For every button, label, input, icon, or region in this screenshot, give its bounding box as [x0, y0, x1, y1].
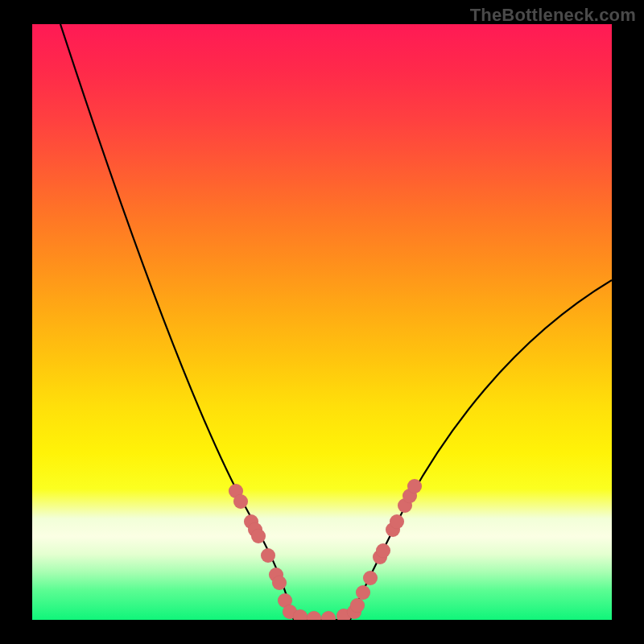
series-right-arm [350, 280, 612, 620]
data-marker [321, 611, 336, 620]
attribution-watermark: TheBottleneck.com [470, 5, 636, 26]
data-marker [376, 543, 390, 558]
data-marker [272, 576, 287, 590]
data-marker [356, 585, 370, 600]
data-marker [407, 479, 422, 493]
series-lines [60, 24, 612, 620]
data-marker [261, 548, 275, 563]
data-marker [251, 529, 266, 543]
data-marker [363, 571, 378, 585]
data-marker [350, 598, 365, 613]
plot-area [32, 24, 612, 620]
curve-svg [32, 24, 612, 620]
data-marker [390, 514, 404, 529]
data-marker [233, 494, 248, 509]
data-marker [307, 611, 321, 620]
chart-frame: TheBottleneck.com [0, 0, 644, 644]
marker-group [229, 479, 422, 620]
